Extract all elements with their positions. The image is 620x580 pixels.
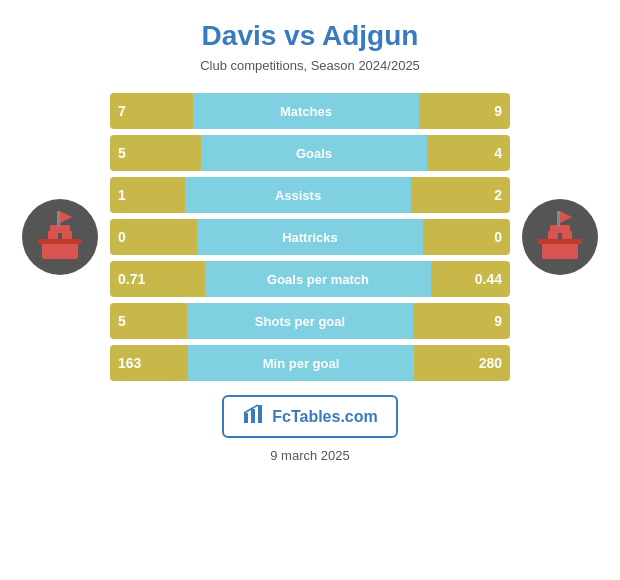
stat-right-4: 0.44 <box>431 261 510 297</box>
watermark-text: FcTables.com <box>272 408 378 426</box>
watermark-icon <box>242 403 264 430</box>
date-text: 9 march 2025 <box>270 448 350 463</box>
stat-left-0: 7 <box>110 93 193 129</box>
stat-label-1: Goals <box>201 135 427 171</box>
stat-row-goals: 5 Goals 4 <box>110 135 510 171</box>
stat-left-2: 1 <box>110 177 185 213</box>
stat-label-4: Goals per match <box>205 261 431 297</box>
svg-point-8 <box>522 199 598 275</box>
svg-rect-6 <box>57 211 60 227</box>
stat-left-3: 0 <box>110 219 197 255</box>
stat-left-4: 0.71 <box>110 261 205 297</box>
svg-rect-16 <box>244 413 248 423</box>
svg-rect-13 <box>538 239 582 244</box>
watermark-container: FcTables.com <box>222 395 398 438</box>
right-team-logo <box>520 197 600 277</box>
stat-left-1: 5 <box>110 135 201 171</box>
stat-label-3: Hattricks <box>197 219 423 255</box>
title: Davis vs Adjgun <box>202 20 419 52</box>
stat-row-goals-per-match: 0.71 Goals per match 0.44 <box>110 261 510 297</box>
left-team-logo <box>20 197 100 277</box>
stat-right-6: 280 <box>414 345 510 381</box>
stat-label-5: Shots per goal <box>187 303 413 339</box>
subtitle: Club competitions, Season 2024/2025 <box>200 58 420 73</box>
stat-row-assists: 1 Assists 2 <box>110 177 510 213</box>
svg-rect-14 <box>557 211 560 227</box>
stat-right-2: 2 <box>411 177 510 213</box>
svg-rect-18 <box>258 405 262 423</box>
stat-label-6: Min per goal <box>188 345 414 381</box>
stat-left-6: 163 <box>110 345 188 381</box>
stat-label-2: Assists <box>185 177 411 213</box>
stat-row-hattricks: 0 Hattricks 0 <box>110 219 510 255</box>
stat-row-matches: 7 Matches 9 <box>110 93 510 129</box>
svg-point-0 <box>22 199 98 275</box>
stat-right-0: 9 <box>419 93 510 129</box>
stat-row-min-per-goal: 163 Min per goal 280 <box>110 345 510 381</box>
stat-right-5: 9 <box>413 303 510 339</box>
stat-right-3: 0 <box>423 219 510 255</box>
stat-label-0: Matches <box>193 93 419 129</box>
stats-container: 7 Matches 9 5 Goals 4 1 Assists 2 0 Hatt… <box>110 93 510 381</box>
stat-row-shots-per-goal: 5 Shots per goal 9 <box>110 303 510 339</box>
stat-left-5: 5 <box>110 303 187 339</box>
stat-right-1: 4 <box>427 135 510 171</box>
svg-rect-17 <box>251 409 255 423</box>
svg-rect-5 <box>38 239 82 244</box>
